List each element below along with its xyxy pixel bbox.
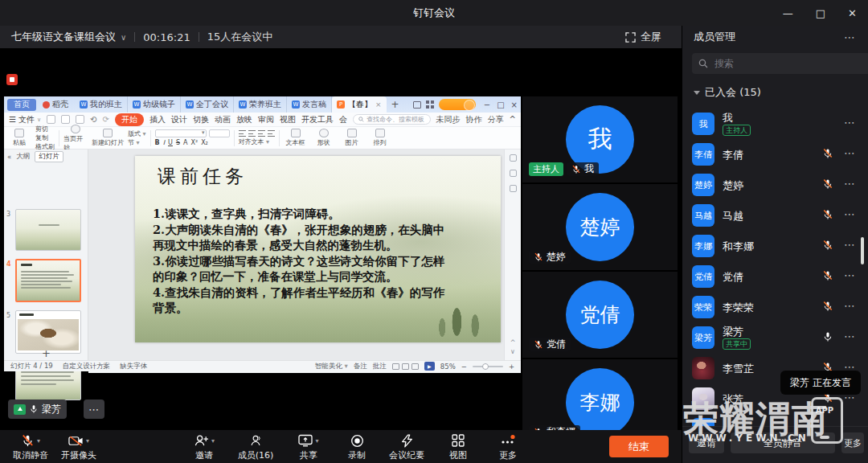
wps-minimize-icon[interactable]: −: [484, 100, 490, 109]
video-tile[interactable]: 李娜 和李娜: [522, 359, 678, 430]
paste-button[interactable]: 粘贴: [7, 129, 31, 147]
align-text-button[interactable]: 对齐文本 ▾: [239, 138, 275, 145]
wps-doc-tab[interactable]: W我的班主: [75, 96, 128, 113]
italic-button[interactable]: I: [163, 139, 165, 146]
shapes-button[interactable]: 形状: [312, 129, 336, 147]
member-more-icon[interactable]: ⋯: [844, 299, 856, 312]
members-button[interactable]: 成员(16): [230, 433, 281, 461]
invite-footer-button[interactable]: 邀请: [689, 432, 724, 453]
member-more-icon[interactable]: ⋯: [844, 330, 856, 342]
side-tool-icon[interactable]: [510, 154, 517, 162]
view-button[interactable]: 视图: [432, 433, 484, 461]
member-more-icon[interactable]: ⋯: [844, 146, 856, 159]
member-more-icon[interactable]: ⋯: [844, 207, 856, 220]
play-from-current-button[interactable]: 当页开始: [63, 125, 88, 152]
caret-down-icon[interactable]: ▾: [86, 437, 89, 445]
underline-button[interactable]: U: [168, 139, 173, 146]
caret-down-icon[interactable]: ▾: [211, 437, 215, 445]
cut-button[interactable]: 剪切: [35, 125, 55, 133]
mic-icon[interactable]: [822, 331, 833, 342]
member-more-icon[interactable]: ⋯: [844, 177, 856, 190]
end-meeting-button[interactable]: 结束: [609, 436, 669, 457]
wps-member-badge[interactable]: [439, 99, 476, 110]
picture-button[interactable]: 图片: [340, 129, 364, 147]
output-icon[interactable]: [61, 115, 70, 124]
presenter-pill[interactable]: 梁芳: [8, 399, 67, 419]
subscript-button[interactable]: X₂: [201, 139, 208, 146]
unmute-button[interactable]: ▾ 取消静音: [5, 433, 56, 461]
fullscreen-button[interactable]: 全屏: [625, 26, 661, 48]
font-missing-warning[interactable]: 缺失字体: [120, 362, 147, 371]
font-family-select[interactable]: [155, 129, 207, 137]
wps-menu-insert[interactable]: 插入: [149, 114, 166, 125]
video-tile[interactable]: 党倩 党倩: [522, 272, 678, 358]
print-icon[interactable]: [76, 115, 84, 124]
collapse-panel-icon[interactable]: «: [7, 153, 11, 161]
member-row[interactable]: 李倩 李倩 ⋯: [682, 139, 868, 170]
notes-button[interactable]: 备注: [354, 362, 367, 371]
share-button[interactable]: ▾ 共享: [283, 433, 334, 461]
mute-all-button[interactable]: 全员静音: [731, 432, 835, 453]
member-more-icon[interactable]: ⋯: [844, 238, 856, 251]
mic-muted-icon[interactable]: [822, 148, 833, 159]
next-slide-icon[interactable]: ∨: [510, 348, 515, 355]
member-row[interactable]: 党倩 党倩 ⋯: [682, 261, 868, 292]
caret-down-icon[interactable]: ▾: [315, 437, 318, 445]
wps-doc-tab[interactable]: W幼级镜子: [128, 96, 181, 113]
redo-icon[interactable]: ⟳: [102, 115, 108, 124]
sidebar-scrollbar[interactable]: [861, 237, 864, 264]
zoom-out-icon[interactable]: −: [461, 363, 467, 371]
wps-doc-tab[interactable]: W发言稿: [287, 96, 332, 113]
chevron-down-icon[interactable]: ∨: [121, 33, 126, 42]
mic-muted-icon[interactable]: [822, 178, 833, 190]
member-more-icon[interactable]: ⋯: [844, 116, 856, 129]
video-tile[interactable]: 我 主持人 我: [522, 96, 678, 182]
arrange-button[interactable]: 排列: [368, 129, 392, 147]
new-tab-icon[interactable]: +: [391, 99, 399, 110]
mic-muted-icon[interactable]: [822, 240, 833, 251]
meeting-title[interactable]: 七年级语文备课组会议: [11, 30, 116, 44]
zoom-slider[interactable]: [473, 366, 503, 367]
wps-doc-tab[interactable]: W荣养班主: [234, 96, 287, 113]
more-button[interactable]: 更多: [482, 433, 534, 461]
layout-button[interactable]: 版式 ▾: [128, 130, 146, 137]
beautify-button[interactable]: 智能美化 ▾: [315, 362, 348, 371]
undo-icon[interactable]: ⟲: [90, 115, 96, 124]
wps-menu-review[interactable]: 审阅: [258, 114, 274, 125]
member-row[interactable]: 李娜 和李娜 ⋯: [682, 231, 868, 261]
tab-close-icon[interactable]: ×: [375, 100, 382, 109]
wps-menu-member[interactable]: 会: [339, 114, 347, 125]
mic-muted-icon[interactable]: [822, 209, 833, 220]
wps-menu-slideshow[interactable]: 放映: [236, 114, 252, 125]
camera-on-button[interactable]: ▾ 开摄像头: [53, 433, 104, 461]
member-row[interactable]: 楚婷 楚婷 ⋯: [682, 170, 868, 200]
wps-menu-file[interactable]: ☰ 文件 ∨: [9, 114, 41, 125]
side-tool-icon[interactable]: [510, 170, 517, 177]
comment-button[interactable]: 批注: [373, 362, 387, 371]
slideshow-play-icon[interactable]: ▶: [424, 362, 435, 371]
meeting-minutes-button[interactable]: 会议纪要: [381, 433, 432, 461]
wps-doc-tab[interactable]: W全丁会议: [181, 96, 234, 113]
wps-menu-animation[interactable]: 动画: [215, 114, 231, 125]
current-slide[interactable]: 课前任务 1.读课文，查字典，扫清字词障碍。 2.大声朗读朱自清的《春》，张开想…: [135, 156, 501, 342]
font-size-select[interactable]: [209, 129, 230, 137]
sidebar-more-icon[interactable]: ⋯: [844, 31, 856, 43]
member-more-icon[interactable]: ⋯: [844, 268, 856, 281]
member-row[interactable]: 马越 马越 ⋯: [682, 200, 868, 231]
member-search[interactable]: [692, 53, 868, 74]
design-scheme[interactable]: 自定义设计方案: [63, 362, 111, 371]
wps-tab-docer[interactable]: 稻壳: [36, 99, 75, 110]
joined-section-header[interactable]: 已入会 (15): [694, 85, 761, 100]
record-button[interactable]: 录制: [331, 433, 383, 461]
bold-button[interactable]: B: [155, 139, 160, 146]
wps-menu-transition[interactable]: 切换: [193, 114, 209, 125]
wps-menu-design[interactable]: 设计: [171, 114, 187, 125]
minimize-icon[interactable]: —: [783, 7, 793, 19]
tab-slides[interactable]: 幻灯片: [35, 151, 63, 162]
wps-restore-icon[interactable]: □: [497, 100, 504, 109]
textbox-button[interactable]: 文本框: [284, 129, 308, 147]
side-tool-icon[interactable]: [510, 185, 517, 192]
wps-tab-home[interactable]: 首页: [7, 99, 36, 111]
member-row[interactable]: 梁芳 梁芳 共享中 ⋯: [682, 322, 868, 353]
wps-close-icon[interactable]: ×: [511, 100, 518, 109]
